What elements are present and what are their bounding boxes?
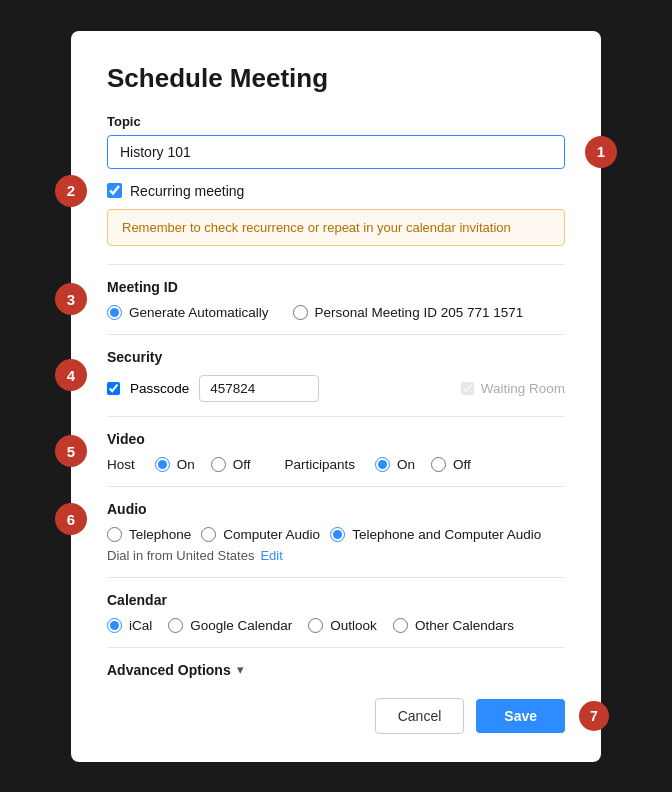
- waiting-room-row: Waiting Room: [461, 381, 565, 396]
- generate-automatically-option[interactable]: Generate Automatically: [107, 305, 269, 320]
- step-4-badge: 4: [55, 359, 87, 391]
- recurring-checkbox[interactable]: [107, 183, 122, 198]
- telephone-computer-radio[interactable]: [330, 527, 345, 542]
- ical-radio[interactable]: [107, 618, 122, 633]
- participants-off-option[interactable]: Off: [431, 457, 471, 472]
- audio-label: Audio: [107, 501, 565, 517]
- telephone-option[interactable]: Telephone: [107, 527, 191, 542]
- divider-2: [107, 334, 565, 335]
- host-off-option[interactable]: Off: [211, 457, 251, 472]
- participants-label: Participants: [285, 457, 356, 472]
- topic-label: Topic: [107, 114, 565, 129]
- audio-section: Audio Telephone Computer Audio Telephone…: [107, 501, 565, 563]
- footer-buttons: Cancel Save 7: [107, 698, 565, 734]
- computer-audio-radio[interactable]: [201, 527, 216, 542]
- computer-audio-option[interactable]: Computer Audio: [201, 527, 320, 542]
- waiting-room-label-text: Waiting Room: [481, 381, 565, 396]
- host-off-radio[interactable]: [211, 457, 226, 472]
- dial-in-text: Dial in from United States: [107, 548, 254, 563]
- divider-5: [107, 577, 565, 578]
- step-1-badge: 1: [585, 136, 617, 168]
- other-calendars-radio[interactable]: [393, 618, 408, 633]
- other-calendars-option[interactable]: Other Calendars: [393, 618, 514, 633]
- topic-input[interactable]: [107, 135, 565, 169]
- divider-6: [107, 647, 565, 648]
- advanced-options-row[interactable]: Advanced Options ▾: [107, 662, 565, 678]
- save-button[interactable]: Save: [476, 699, 565, 733]
- participants-on-option[interactable]: On: [375, 457, 415, 472]
- schedule-meeting-modal: Schedule Meeting Topic 1 Recurring meeti…: [71, 31, 601, 762]
- generate-auto-radio[interactable]: [107, 305, 122, 320]
- video-label: Video: [107, 431, 565, 447]
- calendar-options: iCal Google Calendar Outlook Other Calen…: [107, 618, 565, 633]
- passcode-input[interactable]: [199, 375, 319, 402]
- divider-1: [107, 264, 565, 265]
- meeting-id-options: Generate Automatically Personal Meeting …: [107, 305, 565, 320]
- video-section: Video Host On Off Participants On: [107, 431, 565, 472]
- host-label: Host: [107, 457, 135, 472]
- personal-id-radio[interactable]: [293, 305, 308, 320]
- meeting-id-section: Meeting ID Generate Automatically Person…: [107, 279, 565, 320]
- passcode-checkbox[interactable]: [107, 382, 120, 395]
- host-on-option[interactable]: On: [155, 457, 195, 472]
- security-label: Security: [107, 349, 565, 365]
- google-calendar-option[interactable]: Google Calendar: [168, 618, 292, 633]
- step-2-badge: 2: [55, 175, 87, 207]
- participants-on-radio[interactable]: [375, 457, 390, 472]
- outlook-radio[interactable]: [308, 618, 323, 633]
- edit-link[interactable]: Edit: [260, 548, 282, 563]
- calendar-section: Calendar iCal Google Calendar Outlook Ot…: [107, 592, 565, 633]
- dial-in-row: Dial in from United States Edit: [107, 548, 565, 563]
- participants-off-radio[interactable]: [431, 457, 446, 472]
- passcode-label[interactable]: Passcode: [130, 381, 189, 396]
- divider-4: [107, 486, 565, 487]
- modal-title: Schedule Meeting: [107, 63, 565, 94]
- step-5-badge: 5: [55, 435, 87, 467]
- waiting-room-checkbox[interactable]: [461, 382, 474, 395]
- recurrence-banner: Remember to check recurrence or repeat i…: [107, 209, 565, 246]
- step-3-badge: 3: [55, 283, 87, 315]
- recurring-row: Recurring meeting: [107, 183, 565, 199]
- recurring-label[interactable]: Recurring meeting: [130, 183, 244, 199]
- security-section: Security Passcode Waiting Room 4: [107, 349, 565, 402]
- telephone-radio[interactable]: [107, 527, 122, 542]
- chevron-down-icon: ▾: [237, 662, 244, 677]
- video-row: Host On Off Participants On Off: [107, 457, 565, 472]
- step-6-badge: 6: [55, 503, 87, 535]
- personal-meeting-id-option[interactable]: Personal Meeting ID 205 771 1571: [293, 305, 524, 320]
- cancel-button[interactable]: Cancel: [375, 698, 465, 734]
- step-7-badge: 7: [579, 701, 609, 731]
- google-calendar-radio[interactable]: [168, 618, 183, 633]
- telephone-and-computer-option[interactable]: Telephone and Computer Audio: [330, 527, 541, 542]
- audio-options: Telephone Computer Audio Telephone and C…: [107, 527, 565, 542]
- host-on-radio[interactable]: [155, 457, 170, 472]
- outlook-option[interactable]: Outlook: [308, 618, 377, 633]
- calendar-label: Calendar: [107, 592, 565, 608]
- meeting-id-label: Meeting ID: [107, 279, 565, 295]
- topic-section: Topic 1: [107, 114, 565, 169]
- advanced-options-label: Advanced Options: [107, 662, 231, 678]
- divider-3: [107, 416, 565, 417]
- ical-option[interactable]: iCal: [107, 618, 152, 633]
- security-row: Passcode Waiting Room: [107, 375, 565, 402]
